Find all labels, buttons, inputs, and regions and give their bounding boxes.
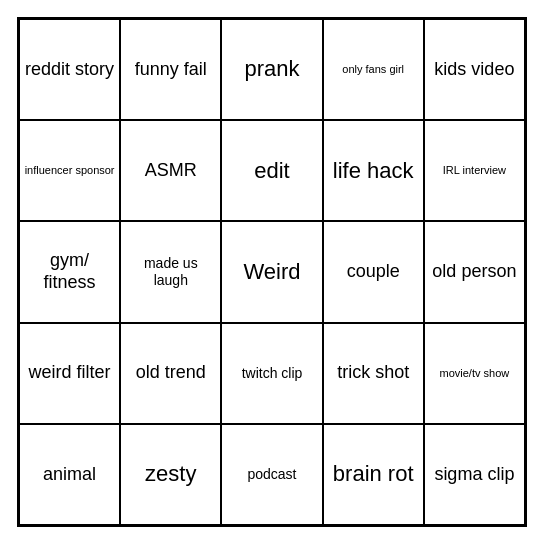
- cell-text-r4c0: animal: [24, 464, 115, 486]
- bingo-cell-r1c2: edit: [221, 120, 322, 221]
- bingo-cell-r4c1: zesty: [120, 424, 221, 525]
- bingo-cell-r2c2: Weird: [221, 221, 322, 322]
- bingo-cell-r1c0: influencer sponsor: [19, 120, 120, 221]
- bingo-cell-r4c2: podcast: [221, 424, 322, 525]
- cell-text-r4c2: podcast: [226, 466, 317, 483]
- bingo-cell-r4c3: brain rot: [323, 424, 424, 525]
- bingo-cell-r4c0: animal: [19, 424, 120, 525]
- bingo-cell-r0c3: only fans girl: [323, 19, 424, 120]
- cell-text-r1c4: IRL interview: [429, 164, 520, 177]
- cell-text-r2c4: old person: [429, 261, 520, 283]
- bingo-cell-r2c4: old person: [424, 221, 525, 322]
- bingo-cell-r0c0: reddit story: [19, 19, 120, 120]
- cell-text-r2c3: couple: [328, 261, 419, 283]
- cell-text-r1c2: edit: [226, 158, 317, 184]
- bingo-grid: reddit storyfunny failprankonly fans gir…: [17, 17, 527, 527]
- bingo-cell-r0c4: kids video: [424, 19, 525, 120]
- bingo-cell-r2c3: couple: [323, 221, 424, 322]
- bingo-cell-r3c4: movie/tv show: [424, 323, 525, 424]
- cell-text-r0c0: reddit story: [24, 59, 115, 81]
- bingo-cell-r1c1: ASMR: [120, 120, 221, 221]
- cell-text-r2c0: gym/ fitness: [24, 250, 115, 293]
- cell-text-r0c2: prank: [226, 56, 317, 82]
- bingo-cell-r3c2: twitch clip: [221, 323, 322, 424]
- bingo-cell-r4c4: sigma clip: [424, 424, 525, 525]
- cell-text-r4c1: zesty: [125, 461, 216, 487]
- bingo-cell-r3c3: trick shot: [323, 323, 424, 424]
- bingo-cell-r0c2: prank: [221, 19, 322, 120]
- cell-text-r3c3: trick shot: [328, 362, 419, 384]
- cell-text-r2c1: made us laugh: [125, 255, 216, 289]
- cell-text-r0c4: kids video: [429, 59, 520, 81]
- bingo-cell-r2c1: made us laugh: [120, 221, 221, 322]
- cell-text-r2c2: Weird: [226, 259, 317, 285]
- cell-text-r1c3: life hack: [328, 158, 419, 184]
- cell-text-r0c3: only fans girl: [328, 63, 419, 76]
- cell-text-r4c3: brain rot: [328, 461, 419, 487]
- cell-text-r3c1: old trend: [125, 362, 216, 384]
- cell-text-r0c1: funny fail: [125, 59, 216, 81]
- bingo-cell-r2c0: gym/ fitness: [19, 221, 120, 322]
- bingo-cell-r1c4: IRL interview: [424, 120, 525, 221]
- cell-text-r3c4: movie/tv show: [429, 367, 520, 380]
- bingo-cell-r1c3: life hack: [323, 120, 424, 221]
- bingo-cell-r0c1: funny fail: [120, 19, 221, 120]
- bingo-cell-r3c1: old trend: [120, 323, 221, 424]
- cell-text-r1c1: ASMR: [125, 160, 216, 182]
- cell-text-r1c0: influencer sponsor: [24, 164, 115, 177]
- cell-text-r3c2: twitch clip: [226, 365, 317, 382]
- cell-text-r3c0: weird filter: [24, 362, 115, 384]
- cell-text-r4c4: sigma clip: [429, 464, 520, 486]
- bingo-cell-r3c0: weird filter: [19, 323, 120, 424]
